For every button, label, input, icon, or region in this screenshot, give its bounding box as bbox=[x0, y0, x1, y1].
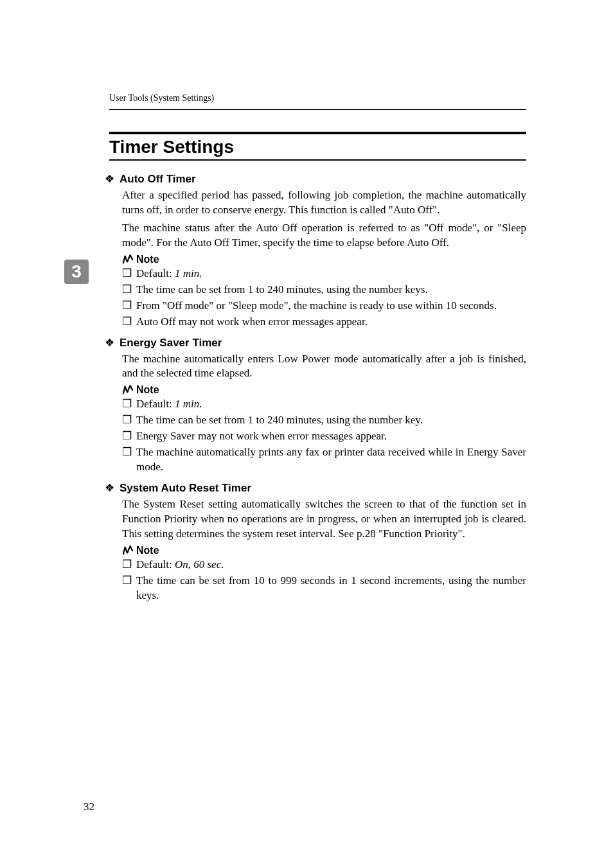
diamond-icon: ❖ bbox=[105, 172, 114, 186]
content-area: Timer Settings ❖ Auto Off Timer After a … bbox=[109, 132, 526, 603]
list-item: ❒From "Off mode" or "Sleep mode", the ma… bbox=[122, 299, 526, 314]
bullet-icon: ❒ bbox=[122, 445, 132, 460]
note-list: ❒Default: On, 60 sec. ❒The time can be s… bbox=[122, 558, 526, 603]
list-item: ❒The time can be set from 1 to 240 minut… bbox=[122, 413, 526, 428]
note-heading: Note bbox=[122, 545, 526, 556]
bullet-icon: ❒ bbox=[122, 397, 132, 412]
list-item: ❒Default: 1 min. bbox=[122, 267, 526, 281]
chapter-badge: 3 bbox=[64, 260, 89, 284]
note-heading: Note bbox=[122, 384, 526, 396]
list-item: ❒Auto Off may not work when error messag… bbox=[122, 315, 526, 330]
item-system-auto-reset-timer: ❖ System Auto Reset Timer The System Res… bbox=[109, 481, 526, 603]
item-desc: The machine automatically enters Low Pow… bbox=[122, 352, 526, 382]
note-label: Note bbox=[136, 254, 159, 265]
bullet-icon: ❒ bbox=[122, 315, 132, 330]
page-number: 32 bbox=[84, 801, 94, 813]
list-item: ❒The time can be set from 10 to 999 seco… bbox=[122, 574, 526, 603]
note-icon bbox=[122, 545, 134, 556]
item-title: Energy Saver Timer bbox=[120, 337, 222, 350]
list-item: ❒The machine automatically prints any fa… bbox=[122, 445, 526, 475]
bullet-icon: ❒ bbox=[122, 574, 132, 589]
note-list: ❒Default: 1 min. ❒The time can be set fr… bbox=[122, 267, 526, 330]
list-item: ❒Default: On, 60 sec. bbox=[122, 558, 526, 572]
section-title: Timer Settings bbox=[109, 132, 526, 161]
item-desc: The System Reset setting automatically s… bbox=[122, 497, 526, 542]
diamond-icon: ❖ bbox=[105, 336, 114, 350]
diamond-icon: ❖ bbox=[105, 481, 114, 495]
bullet-icon: ❒ bbox=[122, 283, 132, 297]
item-title: System Auto Reset Timer bbox=[120, 482, 251, 495]
bullet-icon: ❒ bbox=[122, 267, 132, 281]
header-underline bbox=[109, 109, 526, 110]
item-desc: The machine status after the Auto Off op… bbox=[122, 221, 526, 251]
list-item: ❒The time can be set from 1 to 240 minut… bbox=[122, 283, 526, 297]
item-energy-saver-timer: ❖ Energy Saver Timer The machine automat… bbox=[109, 336, 526, 475]
note-label: Note bbox=[136, 545, 159, 556]
note-label: Note bbox=[136, 384, 159, 396]
running-header: User Tools (System Settings) bbox=[109, 93, 214, 103]
item-desc: After a specified period has passed, fol… bbox=[122, 188, 526, 218]
list-item: ❒Default: 1 min. bbox=[122, 397, 526, 412]
item-auto-off-timer: ❖ Auto Off Timer After a specified perio… bbox=[109, 172, 526, 330]
bullet-icon: ❒ bbox=[122, 299, 132, 314]
bullet-icon: ❒ bbox=[122, 413, 132, 428]
bullet-icon: ❒ bbox=[122, 429, 132, 444]
bullet-icon: ❒ bbox=[122, 558, 132, 572]
note-icon bbox=[122, 254, 134, 265]
note-heading: Note bbox=[122, 254, 526, 265]
list-item: ❒Energy Saver may not work when error me… bbox=[122, 429, 526, 444]
item-title: Auto Off Timer bbox=[120, 173, 196, 186]
note-icon bbox=[122, 385, 134, 395]
note-list: ❒Default: 1 min. ❒The time can be set fr… bbox=[122, 397, 526, 475]
